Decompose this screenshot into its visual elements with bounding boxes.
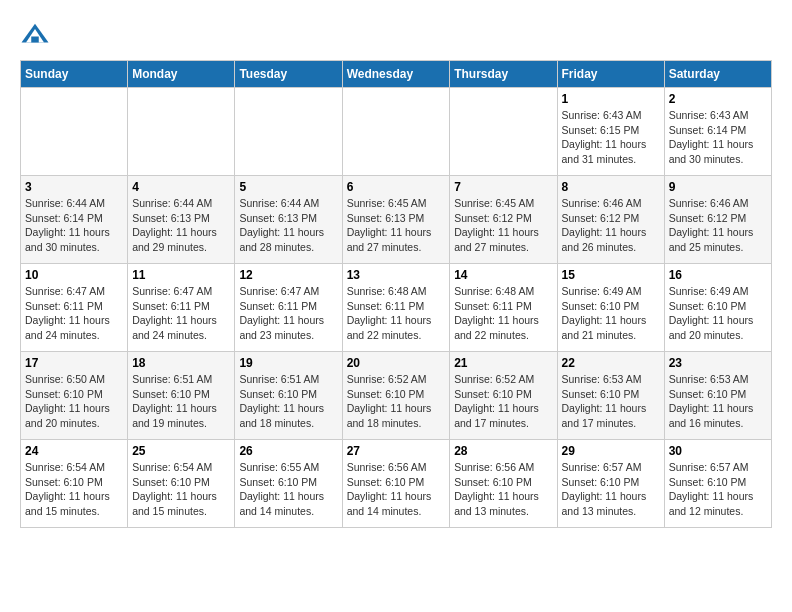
day-info: Sunrise: 6:44 AM Sunset: 6:13 PM Dayligh… [132, 196, 230, 255]
day-info: Sunrise: 6:43 AM Sunset: 6:15 PM Dayligh… [562, 108, 660, 167]
day-info: Sunrise: 6:49 AM Sunset: 6:10 PM Dayligh… [562, 284, 660, 343]
day-number: 21 [454, 356, 552, 370]
day-number: 16 [669, 268, 767, 282]
day-number: 1 [562, 92, 660, 106]
day-info: Sunrise: 6:46 AM Sunset: 6:12 PM Dayligh… [669, 196, 767, 255]
day-info: Sunrise: 6:44 AM Sunset: 6:13 PM Dayligh… [239, 196, 337, 255]
day-info: Sunrise: 6:55 AM Sunset: 6:10 PM Dayligh… [239, 460, 337, 519]
day-number: 5 [239, 180, 337, 194]
day-number: 14 [454, 268, 552, 282]
calendar-week-4: 17Sunrise: 6:50 AM Sunset: 6:10 PM Dayli… [21, 352, 772, 440]
day-info: Sunrise: 6:57 AM Sunset: 6:10 PM Dayligh… [562, 460, 660, 519]
day-header-thursday: Thursday [450, 61, 557, 88]
calendar-cell: 14Sunrise: 6:48 AM Sunset: 6:11 PM Dayli… [450, 264, 557, 352]
day-info: Sunrise: 6:45 AM Sunset: 6:12 PM Dayligh… [454, 196, 552, 255]
day-info: Sunrise: 6:53 AM Sunset: 6:10 PM Dayligh… [669, 372, 767, 431]
day-info: Sunrise: 6:46 AM Sunset: 6:12 PM Dayligh… [562, 196, 660, 255]
calendar-cell: 22Sunrise: 6:53 AM Sunset: 6:10 PM Dayli… [557, 352, 664, 440]
day-number: 3 [25, 180, 123, 194]
day-info: Sunrise: 6:49 AM Sunset: 6:10 PM Dayligh… [669, 284, 767, 343]
day-info: Sunrise: 6:56 AM Sunset: 6:10 PM Dayligh… [454, 460, 552, 519]
day-info: Sunrise: 6:57 AM Sunset: 6:10 PM Dayligh… [669, 460, 767, 519]
calendar-cell: 30Sunrise: 6:57 AM Sunset: 6:10 PM Dayli… [664, 440, 771, 528]
day-info: Sunrise: 6:52 AM Sunset: 6:10 PM Dayligh… [454, 372, 552, 431]
calendar-cell: 28Sunrise: 6:56 AM Sunset: 6:10 PM Dayli… [450, 440, 557, 528]
day-number: 26 [239, 444, 337, 458]
calendar-cell: 24Sunrise: 6:54 AM Sunset: 6:10 PM Dayli… [21, 440, 128, 528]
day-header-monday: Monday [128, 61, 235, 88]
day-number: 15 [562, 268, 660, 282]
day-header-friday: Friday [557, 61, 664, 88]
day-number: 4 [132, 180, 230, 194]
calendar-cell: 8Sunrise: 6:46 AM Sunset: 6:12 PM Daylig… [557, 176, 664, 264]
day-number: 18 [132, 356, 230, 370]
calendar-week-3: 10Sunrise: 6:47 AM Sunset: 6:11 PM Dayli… [21, 264, 772, 352]
calendar-cell [342, 88, 450, 176]
calendar-cell: 21Sunrise: 6:52 AM Sunset: 6:10 PM Dayli… [450, 352, 557, 440]
day-number: 10 [25, 268, 123, 282]
calendar-cell: 27Sunrise: 6:56 AM Sunset: 6:10 PM Dayli… [342, 440, 450, 528]
calendar-cell: 26Sunrise: 6:55 AM Sunset: 6:10 PM Dayli… [235, 440, 342, 528]
svg-rect-2 [31, 37, 39, 43]
calendar-cell: 13Sunrise: 6:48 AM Sunset: 6:11 PM Dayli… [342, 264, 450, 352]
calendar-cell: 6Sunrise: 6:45 AM Sunset: 6:13 PM Daylig… [342, 176, 450, 264]
calendar-week-5: 24Sunrise: 6:54 AM Sunset: 6:10 PM Dayli… [21, 440, 772, 528]
calendar-header-row: SundayMondayTuesdayWednesdayThursdayFrid… [21, 61, 772, 88]
logo [20, 20, 54, 50]
calendar-table: SundayMondayTuesdayWednesdayThursdayFrid… [20, 60, 772, 528]
calendar-cell: 16Sunrise: 6:49 AM Sunset: 6:10 PM Dayli… [664, 264, 771, 352]
day-info: Sunrise: 6:56 AM Sunset: 6:10 PM Dayligh… [347, 460, 446, 519]
day-number: 6 [347, 180, 446, 194]
day-number: 7 [454, 180, 552, 194]
day-header-sunday: Sunday [21, 61, 128, 88]
calendar-cell [235, 88, 342, 176]
day-number: 2 [669, 92, 767, 106]
day-info: Sunrise: 6:52 AM Sunset: 6:10 PM Dayligh… [347, 372, 446, 431]
calendar-cell: 3Sunrise: 6:44 AM Sunset: 6:14 PM Daylig… [21, 176, 128, 264]
day-number: 29 [562, 444, 660, 458]
calendar-cell: 23Sunrise: 6:53 AM Sunset: 6:10 PM Dayli… [664, 352, 771, 440]
page-header [20, 20, 772, 50]
calendar-cell: 11Sunrise: 6:47 AM Sunset: 6:11 PM Dayli… [128, 264, 235, 352]
day-number: 17 [25, 356, 123, 370]
day-info: Sunrise: 6:47 AM Sunset: 6:11 PM Dayligh… [239, 284, 337, 343]
day-info: Sunrise: 6:44 AM Sunset: 6:14 PM Dayligh… [25, 196, 123, 255]
day-number: 20 [347, 356, 446, 370]
day-info: Sunrise: 6:51 AM Sunset: 6:10 PM Dayligh… [239, 372, 337, 431]
day-number: 25 [132, 444, 230, 458]
day-number: 9 [669, 180, 767, 194]
day-info: Sunrise: 6:43 AM Sunset: 6:14 PM Dayligh… [669, 108, 767, 167]
calendar-week-1: 1Sunrise: 6:43 AM Sunset: 6:15 PM Daylig… [21, 88, 772, 176]
day-number: 13 [347, 268, 446, 282]
calendar-cell: 4Sunrise: 6:44 AM Sunset: 6:13 PM Daylig… [128, 176, 235, 264]
day-info: Sunrise: 6:54 AM Sunset: 6:10 PM Dayligh… [132, 460, 230, 519]
day-info: Sunrise: 6:47 AM Sunset: 6:11 PM Dayligh… [132, 284, 230, 343]
calendar-cell: 7Sunrise: 6:45 AM Sunset: 6:12 PM Daylig… [450, 176, 557, 264]
logo-icon [20, 20, 50, 50]
day-info: Sunrise: 6:54 AM Sunset: 6:10 PM Dayligh… [25, 460, 123, 519]
day-info: Sunrise: 6:51 AM Sunset: 6:10 PM Dayligh… [132, 372, 230, 431]
calendar-cell: 15Sunrise: 6:49 AM Sunset: 6:10 PM Dayli… [557, 264, 664, 352]
calendar-cell: 19Sunrise: 6:51 AM Sunset: 6:10 PM Dayli… [235, 352, 342, 440]
calendar-cell: 12Sunrise: 6:47 AM Sunset: 6:11 PM Dayli… [235, 264, 342, 352]
day-number: 8 [562, 180, 660, 194]
calendar-cell: 18Sunrise: 6:51 AM Sunset: 6:10 PM Dayli… [128, 352, 235, 440]
calendar-cell: 20Sunrise: 6:52 AM Sunset: 6:10 PM Dayli… [342, 352, 450, 440]
calendar-cell [128, 88, 235, 176]
day-number: 12 [239, 268, 337, 282]
day-header-wednesday: Wednesday [342, 61, 450, 88]
day-header-saturday: Saturday [664, 61, 771, 88]
calendar-cell: 9Sunrise: 6:46 AM Sunset: 6:12 PM Daylig… [664, 176, 771, 264]
calendar-cell [450, 88, 557, 176]
day-info: Sunrise: 6:45 AM Sunset: 6:13 PM Dayligh… [347, 196, 446, 255]
day-number: 24 [25, 444, 123, 458]
day-number: 27 [347, 444, 446, 458]
day-number: 22 [562, 356, 660, 370]
day-number: 19 [239, 356, 337, 370]
calendar-cell [21, 88, 128, 176]
day-info: Sunrise: 6:48 AM Sunset: 6:11 PM Dayligh… [347, 284, 446, 343]
calendar-cell: 25Sunrise: 6:54 AM Sunset: 6:10 PM Dayli… [128, 440, 235, 528]
day-info: Sunrise: 6:50 AM Sunset: 6:10 PM Dayligh… [25, 372, 123, 431]
calendar-cell: 17Sunrise: 6:50 AM Sunset: 6:10 PM Dayli… [21, 352, 128, 440]
day-number: 28 [454, 444, 552, 458]
